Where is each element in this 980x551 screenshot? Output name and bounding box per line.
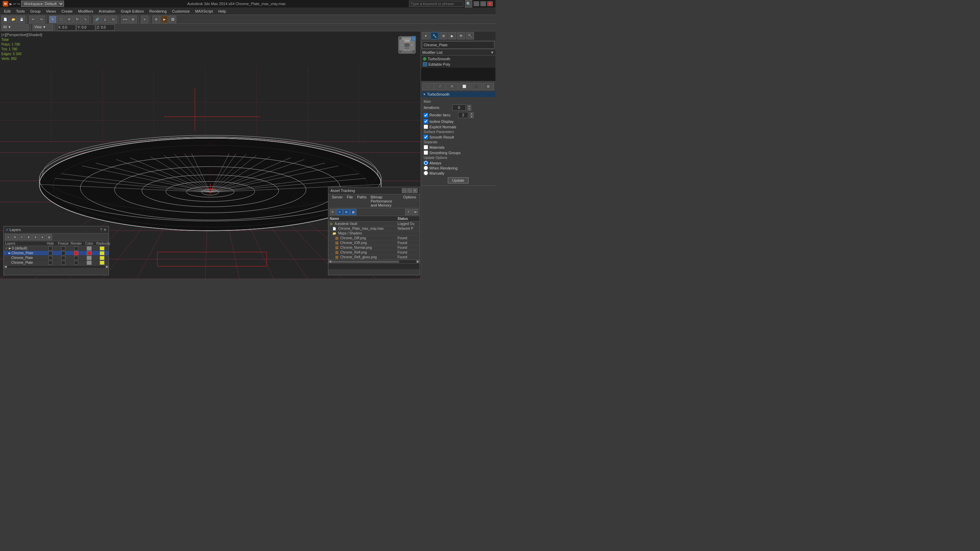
undo-btn[interactable]: ↩ — [29, 16, 37, 23]
asset-scrollbar[interactable]: ◀ ▶ — [328, 260, 420, 263]
table-row[interactable]: 🖼 Chrome_IOR.png Found — [328, 240, 420, 245]
menu-create[interactable]: Create — [59, 8, 75, 14]
layers-scroll-left[interactable]: ◀ — [4, 266, 7, 268]
minimize-button[interactable]: — — [474, 2, 479, 6]
table-row[interactable]: 🖼 Chrome_Refl_gloss.png Found — [328, 255, 420, 260]
modify-tab[interactable]: 🔧 — [430, 32, 439, 40]
smoothing-groups-check[interactable] — [424, 150, 428, 155]
y-input[interactable]: Y: 0.0 — [76, 24, 95, 30]
render-iters-input[interactable] — [458, 112, 468, 118]
layer-tool-2[interactable]: ✕ — [12, 234, 18, 240]
menu-maxscript[interactable]: MAXScript — [192, 8, 216, 14]
open-btn[interactable]: 📂 — [10, 16, 17, 23]
layers-scroll-track[interactable] — [7, 266, 105, 268]
asset-menu-options[interactable]: Options — [401, 195, 418, 208]
layer-tool-6[interactable]: ✦ — [39, 234, 45, 240]
workspace-dropdown[interactable]: Workspace: Default — [21, 1, 64, 7]
layer-color-default[interactable] — [83, 247, 95, 250]
materials-check[interactable] — [424, 145, 428, 150]
coord-system-dropdown[interactable]: View ▼ — [33, 24, 53, 30]
layer-tool-4[interactable]: ⬆ — [25, 234, 32, 240]
scroll-right-arrow[interactable]: ▶ — [416, 260, 420, 263]
modifier-turbosmooth[interactable]: TurboSmooth — [422, 56, 495, 62]
menu-tools[interactable]: Tools — [13, 8, 27, 14]
layer-render-default[interactable] — [70, 247, 83, 250]
isoline-check[interactable] — [424, 119, 428, 124]
mirror-btn[interactable]: ⟺ — [121, 16, 129, 23]
menu-modifiers[interactable]: Modifiers — [75, 8, 96, 14]
redo-btn[interactable]: ↪ — [37, 16, 45, 23]
x-input[interactable]: X: 0.0 — [57, 24, 76, 30]
layer-manager-btn[interactable]: ≡ — [141, 16, 148, 23]
layer-color-chrome2[interactable] — [83, 256, 95, 260]
select-filter-dropdown[interactable]: All ▼ — [2, 24, 29, 30]
asset-maximize-btn[interactable]: □ — [407, 188, 412, 193]
asset-extra-btn[interactable]: ≫ — [412, 209, 418, 215]
iterations-input[interactable] — [452, 105, 466, 111]
layer-radiosity-chrome3[interactable] — [95, 261, 108, 265]
table-row[interactable]: 🖼 Chrome_Diff.png Found — [328, 236, 420, 240]
asset-refresh-btn[interactable]: ↻ — [330, 209, 336, 215]
table-row[interactable]: 📁 Maps / Shaders — [328, 231, 420, 236]
explicit-normals-check[interactable] — [424, 124, 428, 129]
menu-rendering[interactable]: Rendering — [147, 8, 169, 14]
table-row[interactable]: 🏛 Autodesk Vault Logged Ou — [328, 221, 420, 226]
asset-menu-bitmap[interactable]: Bitmap Performance and Memory — [369, 195, 401, 208]
turbosmooth-header[interactable]: ▼ TurboSmooth — [421, 92, 495, 97]
layer-tool-5[interactable]: ✦ — [32, 234, 38, 240]
table-row[interactable]: 🖼 Chrome_Normal.png Found — [328, 245, 420, 250]
layers-close-btn[interactable]: ✕ — [103, 228, 107, 232]
layer-freeze-default[interactable] — [57, 247, 70, 250]
asset-menu-server[interactable]: Server — [330, 195, 345, 208]
z-input[interactable]: Z: 0.0 — [96, 24, 115, 30]
table-row[interactable]: 📄 Chrome_Plate_max_vray.max Network P — [328, 226, 420, 231]
layer-hide-chrome3[interactable] — [44, 261, 57, 265]
snap-btn[interactable]: 🔗 — [93, 16, 101, 23]
asset-minimize-btn[interactable]: — — [402, 188, 407, 193]
layer-render-chrome3[interactable] — [70, 261, 83, 265]
asset-menu-paths[interactable]: Paths — [355, 195, 369, 208]
layer-hide-chrome2[interactable] — [44, 256, 57, 260]
always-radio[interactable] — [424, 161, 428, 165]
render-frame-btn[interactable]: 🖼 — [169, 16, 176, 23]
menu-views[interactable]: Views — [43, 8, 59, 14]
layer-radiosity-default[interactable] — [95, 247, 108, 250]
update-button[interactable]: Update — [448, 177, 469, 183]
subobj-border[interactable]: ⊓ — [447, 83, 458, 90]
create-tab[interactable]: ✦ — [422, 32, 430, 40]
move-btn[interactable]: ✛ — [65, 16, 73, 23]
layer-render-chrome2[interactable] — [70, 256, 83, 260]
modifier-editable-poly[interactable]: Editable Poly — [422, 62, 495, 67]
close-button[interactable]: ✕ — [487, 2, 493, 6]
align-btn[interactable]: ⊞ — [129, 16, 137, 23]
layer-tool-3[interactable]: + — [19, 234, 25, 240]
subobj-vertex[interactable]: · — [422, 83, 434, 90]
subobj-extra[interactable]: ⊞ — [483, 83, 495, 90]
maximize-button[interactable]: □ — [480, 2, 486, 6]
subobj-poly[interactable]: ⬜ — [459, 83, 470, 90]
asset-close-btn[interactable]: ✕ — [413, 188, 417, 193]
utilities-tab[interactable]: 🔨 — [466, 32, 474, 40]
menu-animation[interactable]: Animation — [96, 8, 118, 14]
subobj-edge[interactable]: / — [434, 83, 446, 90]
menu-customize[interactable]: Customize — [169, 8, 192, 14]
subobj-element[interactable]: ⬛ — [471, 83, 482, 90]
layers-help-btn[interactable]: ? — [100, 228, 102, 232]
object-name-input[interactable] — [422, 41, 495, 49]
layer-row-chrome[interactable]: ▶ Chrome_Plate — [4, 251, 108, 256]
render-iters-up[interactable]: ▲ — [469, 112, 474, 115]
render-setup-btn[interactable]: ⚙ — [153, 16, 160, 23]
search-button[interactable]: 🔍 — [465, 0, 472, 8]
iterations-down[interactable]: ▼ — [467, 108, 471, 111]
layer-row-default[interactable]: ✓ ▶ 0 (default) — [4, 246, 108, 251]
layer-radiosity-chrome[interactable] — [95, 251, 108, 255]
modifier-list-dropdown[interactable]: ▼ — [490, 50, 494, 54]
layers-scrollbar[interactable]: ◀ ▶ — [4, 265, 108, 268]
smooth-result-check[interactable] — [424, 135, 428, 139]
percent-snap-btn[interactable]: % — [110, 16, 117, 23]
select-btn[interactable]: ↖ — [49, 16, 56, 23]
scale-btn[interactable]: ⤡ — [82, 16, 89, 23]
scroll-left-arrow[interactable]: ◀ — [328, 260, 332, 263]
display-tab[interactable]: 👁 — [457, 32, 465, 40]
menu-graph-editors[interactable]: Graph Editors — [118, 8, 147, 14]
